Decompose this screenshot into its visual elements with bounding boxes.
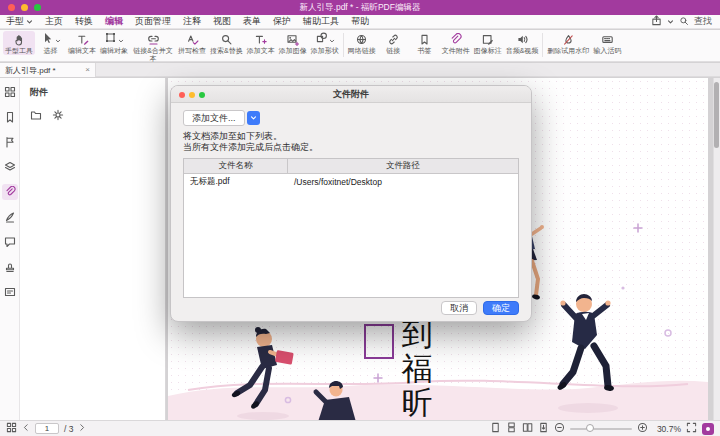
image-annotation-icon [481, 32, 494, 46]
tool-edit-text[interactable]: 编辑文本 [66, 31, 98, 55]
fullscreen-icon[interactable] [686, 422, 697, 435]
bookmarks-panel-icon[interactable] [2, 109, 18, 125]
chevron-down-icon [118, 30, 124, 48]
dialog-hint-line-1: 将文档添加至如下列表。 [183, 131, 519, 142]
scroll-view-icon[interactable] [538, 422, 549, 435]
add-file-button[interactable]: 添加文件... [183, 110, 245, 126]
tool-add-shape[interactable]: 添加形状 [309, 31, 341, 55]
navigation-panel-strip [0, 78, 20, 420]
menu-home[interactable]: 主页 [39, 15, 69, 28]
attachment-settings-icon[interactable] [52, 107, 64, 125]
add-file-dropdown[interactable] [247, 111, 260, 125]
link-merge-text-icon [147, 32, 160, 46]
table-row[interactable]: 无标题.pdf /Users/foxitnet/Desktop [184, 174, 518, 189]
close-window-button[interactable] [8, 4, 15, 11]
layers-panel-icon[interactable] [2, 159, 18, 175]
zoom-window-button[interactable] [34, 4, 41, 11]
guide-icon[interactable] [702, 423, 714, 435]
attachments-panel-icon[interactable] [2, 184, 18, 200]
zoom-in-icon[interactable] [637, 422, 648, 435]
menu-comment[interactable]: 注释 [177, 15, 207, 28]
continuous-view-icon[interactable] [506, 422, 517, 435]
bookmark-icon [418, 32, 431, 46]
tool-bookmark[interactable]: 书签 [409, 31, 440, 55]
statusbar: 1 / 3 30.7% [0, 420, 720, 436]
tool-enter-activation-code[interactable]: 输入活码 [591, 31, 623, 55]
menu-edit[interactable]: 编辑 [99, 15, 129, 28]
tool-spell-check[interactable]: 拼写检查 [176, 31, 208, 55]
menubar: 手型 主页 转换 编辑 页面管理 注释 视图 表单 保护 辅助工具 帮助 查找 [0, 15, 720, 29]
tab-close-icon[interactable]: × [85, 66, 90, 74]
menu-form[interactable]: 表单 [237, 15, 267, 28]
vertical-scrollbar[interactable] [713, 78, 720, 420]
scrollbar-thumb[interactable] [714, 82, 719, 148]
column-header-file-path: 文件路径 [288, 159, 518, 173]
tool-link[interactable]: 链接 [378, 31, 409, 55]
menu-accessibility[interactable]: 辅助工具 [297, 15, 345, 28]
add-text-icon [254, 32, 267, 46]
menu-protect[interactable]: 保护 [267, 15, 297, 28]
tool-web-link[interactable]: 网络链接 [346, 31, 378, 55]
tool-file-attachment[interactable]: 文件附件 [440, 31, 472, 55]
menu-view[interactable]: 视图 [207, 15, 237, 28]
fields-panel-icon[interactable] [2, 284, 18, 300]
dialog-zoom-button[interactable] [199, 92, 205, 98]
column-header-file-name: 文件名称 [184, 159, 288, 173]
comments-panel-icon[interactable] [2, 234, 18, 250]
destinations-panel-icon[interactable] [2, 134, 18, 150]
thumbnails-panel-icon[interactable] [2, 84, 18, 100]
tool-add-text[interactable]: 添加文本 [245, 31, 277, 55]
tool-select[interactable]: 选择 [35, 31, 66, 55]
attachments-panel: 附件 [20, 78, 166, 420]
search-replace-icon [220, 32, 233, 46]
tool-edit-object[interactable]: 编辑对象 [98, 31, 130, 55]
window-title: 新人引导.pdf * - 福昕PDF编辑器 [0, 0, 720, 15]
cancel-button[interactable]: 取消 [441, 301, 477, 315]
toolbar-separator [343, 33, 344, 57]
page-total-label: / 3 [64, 424, 73, 434]
dialog-minimize-button[interactable] [189, 92, 195, 98]
tool-hand[interactable]: 手型工具 [3, 31, 35, 55]
document-tab[interactable]: 新人引导.pdf * × [0, 63, 96, 77]
purple-outline-square [364, 324, 394, 359]
attachment-file-table: 文件名称 文件路径 无标题.pdf /Users/foxitnet/Deskto… [183, 158, 519, 298]
toolbar-separator [542, 33, 543, 57]
menu-convert[interactable]: 转换 [69, 15, 99, 28]
menu-page-management[interactable]: 页面管理 [129, 15, 177, 28]
minimize-window-button[interactable] [21, 4, 28, 11]
tool-link-merge-text[interactable]: 链接&合并文本 [130, 31, 176, 62]
search-icon[interactable] [679, 16, 689, 28]
ok-button[interactable]: 确定 [483, 301, 519, 315]
zoom-slider[interactable] [570, 428, 632, 430]
find-label[interactable]: 查找 [694, 15, 712, 28]
tool-image-annotation[interactable]: 图像标注 [472, 31, 504, 55]
table-header: 文件名称 文件路径 [184, 159, 518, 174]
chevron-down-icon [329, 30, 335, 48]
menu-help[interactable]: 帮助 [345, 15, 375, 28]
tool-search-replace[interactable]: 搜索&替换 [208, 31, 245, 55]
dialog-close-button[interactable] [179, 92, 185, 98]
zoom-slider-thumb[interactable] [586, 424, 594, 432]
zoom-out-icon[interactable] [554, 422, 565, 435]
signature-panel-icon[interactable] [2, 209, 18, 225]
remove-watermark-icon [562, 32, 575, 46]
document-tabbar: 新人引导.pdf * × [0, 63, 720, 77]
stamps-panel-icon[interactable] [2, 259, 18, 275]
attachment-open-icon[interactable] [30, 107, 42, 125]
page-thumbnails-icon[interactable] [6, 422, 17, 435]
select-cursor-icon [41, 30, 54, 48]
add-shape-icon [315, 30, 328, 48]
chevron-down-icon[interactable] [667, 17, 674, 27]
menu-hand-mode[interactable]: 手型 [0, 15, 39, 28]
tool-remove-trial-watermark[interactable]: 删除试用水印 [545, 31, 591, 55]
tool-add-image[interactable]: 添加图像 [277, 31, 309, 55]
facing-view-icon[interactable] [522, 422, 533, 435]
previous-page-icon[interactable] [22, 423, 30, 434]
dialog-titlebar[interactable]: 文件附件 [171, 86, 531, 103]
paperclip-icon [449, 32, 462, 46]
next-page-icon[interactable] [78, 423, 86, 434]
share-icon[interactable] [651, 15, 662, 28]
tool-audio-video[interactable]: 音频&视频 [504, 31, 541, 55]
current-page-input[interactable]: 1 [35, 423, 59, 434]
single-page-view-icon[interactable] [490, 422, 501, 435]
